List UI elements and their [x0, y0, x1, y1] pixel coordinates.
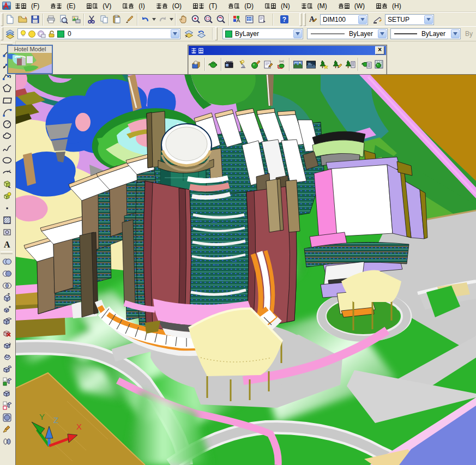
svg-text:A: A [4, 240, 10, 249]
svg-text:(uv): (uv) [279, 59, 284, 63]
svg-text:Z: Z [53, 415, 58, 425]
svg-text:?: ? [282, 16, 286, 23]
svg-text:A: A [309, 15, 315, 23]
svg-text:X: X [76, 422, 82, 431]
svg-text:Y: Y [39, 412, 45, 421]
